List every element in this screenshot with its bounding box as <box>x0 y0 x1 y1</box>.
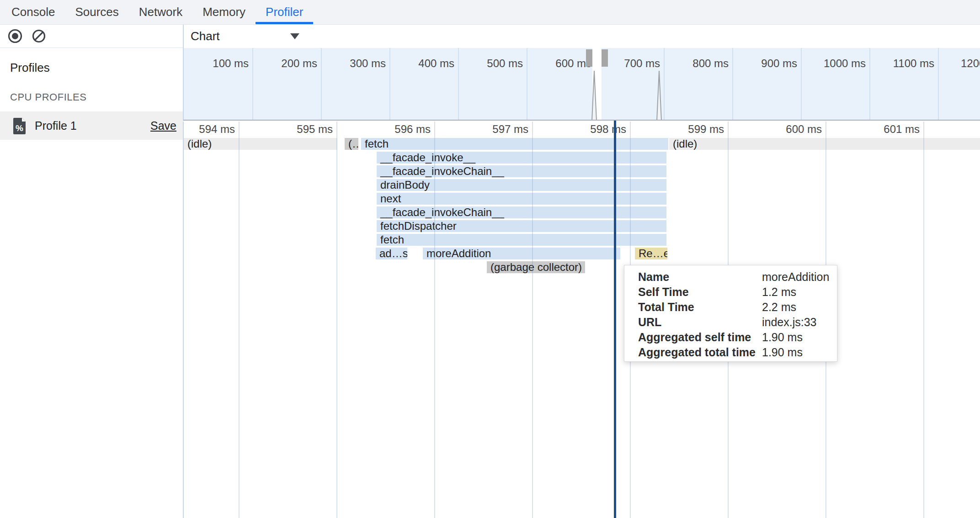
ruler-tick-line <box>532 122 533 137</box>
tooltip-field-label: Total Time <box>638 300 694 315</box>
sidebar-item-profile-1[interactable]: % Profile 1 Save <box>0 111 183 140</box>
ruler-tick-label: 598 ms <box>571 123 626 136</box>
devtools-profiler-panel: Console Sources Network Memory Profiler … <box>0 0 980 518</box>
tab-console[interactable]: Console <box>1 0 65 24</box>
tooltip-row: Aggregated total time1.90 ms <box>624 345 837 360</box>
ruler-tick-label: 596 ms <box>376 123 431 136</box>
devtools-tab-bar: Console Sources Network Memory Profiler <box>0 0 980 25</box>
ruler-tick-line <box>826 122 826 137</box>
flame-bar[interactable]: ad…s <box>376 248 407 259</box>
flame-bar[interactable]: Re…e <box>635 248 667 259</box>
tooltip-field-label: Aggregated total time <box>638 345 756 360</box>
tooltip-field-value: 1.90 ms <box>762 330 803 345</box>
ruler-tick-line <box>728 122 729 137</box>
tooltip-field-value: 2.2 ms <box>762 300 796 315</box>
clear-icon <box>32 29 46 43</box>
cpu-usage-spike <box>592 71 597 121</box>
tab-profiler[interactable]: Profiler <box>256 0 313 24</box>
ruler-tick-line <box>923 122 924 137</box>
svg-text:%: % <box>16 123 23 133</box>
cpu-activity-graph <box>184 48 980 121</box>
tooltip-field-label: Aggregated self time <box>638 330 751 345</box>
view-mode-select[interactable]: Chart <box>191 25 299 48</box>
ruler-tick-line <box>434 122 435 137</box>
tooltip-field-value: index.js:33 <box>762 315 817 330</box>
save-profile-link[interactable]: Save <box>150 119 176 132</box>
profiler-toolbar <box>0 25 183 48</box>
flame-bar[interactable]: fetchDispatcher <box>377 220 666 232</box>
tooltip-field-value: moreAddition <box>762 270 829 285</box>
flame-bar[interactable]: __facade_invokeChain__ <box>377 165 666 177</box>
tab-sources[interactable]: Sources <box>65 0 128 24</box>
tooltip-field-label: Self Time <box>638 285 689 300</box>
record-button[interactable] <box>7 28 23 44</box>
flame-bar[interactable]: (… <box>345 138 358 150</box>
tooltip-row: Total Time2.2 ms <box>624 300 837 315</box>
flame-bar[interactable]: __facade_invoke__ <box>377 152 666 164</box>
flame-bar[interactable]: fetch <box>361 138 668 150</box>
cpu-usage-spike <box>657 71 661 121</box>
timeline-overview[interactable]: 100 ms200 ms300 ms400 ms500 ms600 ms700 … <box>183 48 980 121</box>
tab-memory[interactable]: Memory <box>192 0 256 24</box>
cpu-profiles-section-label: CPU PROFILES <box>10 91 183 103</box>
gridline <box>434 137 435 518</box>
tooltip-field-label: Name <box>638 270 669 285</box>
ruler-tick-label: 600 ms <box>767 123 822 136</box>
tooltip-row: URLindex.js:33 <box>624 315 837 330</box>
tab-network[interactable]: Network <box>129 0 192 24</box>
profile-name: Profile 1 <box>35 119 150 132</box>
flame-bar[interactable]: __facade_invokeChain__ <box>377 206 666 218</box>
frame-details-tooltip: NamemoreAdditionSelf Time1.2 msTotal Tim… <box>624 265 837 362</box>
gridline <box>532 137 533 518</box>
tooltip-row: Aggregated self time1.90 ms <box>624 330 837 345</box>
chevron-down-icon <box>290 33 299 39</box>
chart-toolbar: Chart <box>183 25 980 48</box>
flame-bar[interactable]: moreAddition <box>423 248 620 259</box>
tooltip-row: Self Time1.2 ms <box>624 285 837 300</box>
profile-document-icon: % <box>13 117 27 134</box>
timeline-cursor-line[interactable] <box>614 121 616 518</box>
ruler-tick-line <box>336 122 337 137</box>
ruler-tick-label: 595 ms <box>278 123 333 136</box>
ruler-tick-line <box>239 122 240 137</box>
flame-bar[interactable]: (idle) <box>184 138 337 150</box>
profiles-heading: Profiles <box>10 61 183 75</box>
active-tab-underline <box>256 22 313 24</box>
flame-chart[interactable]: (idle)(…fetch(idle)__facade_invoke____fa… <box>183 137 980 518</box>
gridline <box>336 137 337 518</box>
timeline-ruler: 594 ms595 ms596 ms597 ms598 ms599 ms600 … <box>183 122 980 137</box>
gridline <box>239 137 240 518</box>
profiles-sidebar: Profiles CPU PROFILES % Profile 1 Save <box>0 48 183 518</box>
flame-bar[interactable]: (idle) <box>669 138 980 150</box>
tooltip-field-value: 1.2 ms <box>762 285 796 300</box>
ruler-tick-label: 594 ms <box>183 123 235 136</box>
ruler-tick-line <box>630 122 631 137</box>
gridline <box>923 137 924 518</box>
view-mode-label: Chart <box>191 29 220 43</box>
tooltip-field-value: 1.90 ms <box>762 345 803 360</box>
flame-bar[interactable]: fetch <box>377 234 666 246</box>
flame-bar[interactable]: (garbage collector) <box>487 261 585 273</box>
ruler-tick-label: 599 ms <box>669 123 724 136</box>
clear-button[interactable] <box>31 28 47 44</box>
flame-bar[interactable]: drainBody <box>377 179 666 191</box>
record-icon <box>7 28 23 44</box>
tooltip-row: NamemoreAddition <box>624 270 837 285</box>
flame-bar[interactable]: next <box>377 193 666 205</box>
ruler-tick-label: 597 ms <box>474 123 528 136</box>
tooltip-field-label: URL <box>638 315 661 330</box>
ruler-tick-label: 601 ms <box>865 123 920 136</box>
